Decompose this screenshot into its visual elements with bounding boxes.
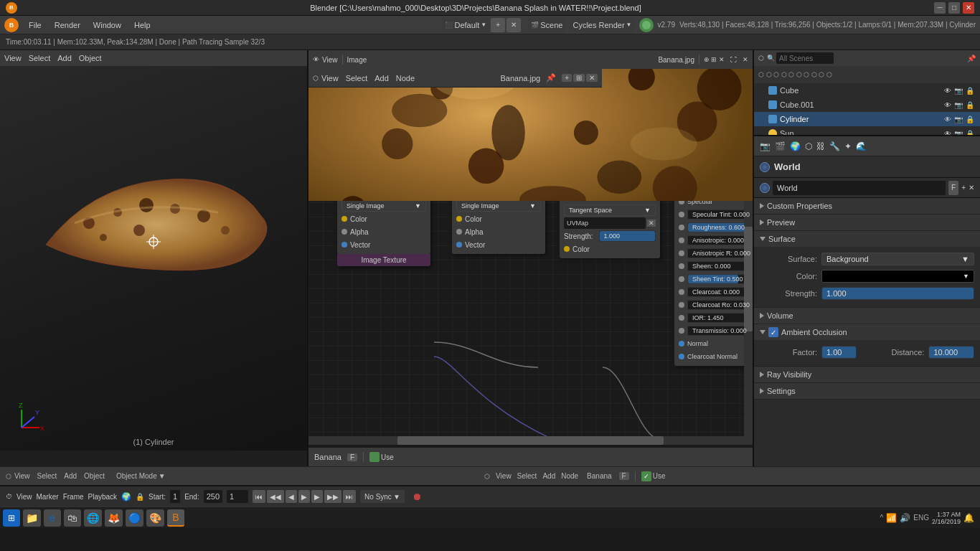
taskbar-paint[interactable]: 🎨	[146, 509, 164, 527]
scene-item-cube001[interactable]: Cube.001 👁 📷 🔒	[754, 98, 980, 112]
menu-help[interactable]: Help	[128, 19, 156, 31]
timeline-frame[interactable]: Frame	[63, 493, 84, 501]
node-nm-uv-clear[interactable]: ✕	[647, 220, 656, 227]
timeline-jump-start[interactable]: ⏮	[253, 490, 265, 503]
viewport-menu-select[interactable]: Select	[29, 54, 51, 62]
section-volume-header[interactable]: Volume	[754, 308, 980, 324]
taskbar-store[interactable]: 🛍	[64, 509, 81, 527]
node-f-button[interactable]: F	[347, 453, 357, 461]
timeline-prev-key[interactable]: ◀◀	[267, 490, 284, 503]
viewport-select-menu[interactable]: Select	[37, 472, 57, 480]
scene-item-eye-cube001[interactable]: 👁	[944, 101, 951, 109]
taskbar-chrome[interactable]: 🔵	[126, 509, 143, 527]
taskbar-ie[interactable]: e	[44, 509, 61, 527]
node-pbsdf-roughness-slider[interactable]: Roughness: 0.600	[687, 222, 753, 232]
scene-item-lock-cube[interactable]: 🔒	[966, 87, 974, 95]
world-close-button[interactable]: ✕	[969, 184, 974, 192]
viewport-menu-view[interactable]: View	[4, 54, 22, 62]
timeline-playback[interactable]: Playback	[88, 493, 118, 501]
scene-item-camera-sun[interactable]: 📷	[954, 130, 963, 137]
scene-item-camera-cube[interactable]: 📷	[954, 87, 963, 95]
viewport-object-menu[interactable]: Object	[84, 472, 105, 480]
timeline-next-key[interactable]: ▶▶	[324, 490, 341, 503]
menu-window[interactable]: Window	[88, 19, 127, 31]
scene-item-lock-cylinder[interactable]: 🔒	[966, 116, 974, 123]
taskbar-browser[interactable]: 🌐	[84, 509, 102, 527]
node-use-checkbox[interactable]	[369, 452, 380, 462]
node-pbsdf-sheen-slider[interactable]: Sheen: 0.000	[687, 261, 753, 271]
workspace-selector[interactable]: ⬛ Default ▼	[442, 18, 489, 32]
prop-color-swatch[interactable]: ▼	[821, 270, 974, 283]
node-scrollbar-h[interactable]	[308, 436, 753, 445]
workspace-add-button[interactable]: +	[491, 18, 505, 32]
timeline-end-field[interactable]: 250	[204, 490, 222, 503]
node-pbsdf-aniso-slider[interactable]: Anisotropic: 0.000	[687, 235, 753, 245]
prop-icon-object[interactable]: ⬡	[805, 141, 812, 151]
world-f-button[interactable]: F	[948, 181, 958, 195]
object-mode-selector[interactable]: Object Mode ▼	[112, 469, 170, 484]
viewport-menu-add[interactable]: Add	[57, 54, 72, 62]
render-engine-selector[interactable]: Cycles Render ▼	[570, 18, 634, 32]
taskbar-explorer[interactable]: 📁	[23, 509, 41, 527]
timeline-start-field[interactable]: 1	[170, 490, 180, 503]
taskbar-clock[interactable]: 1:37 AM 2/16/2019	[932, 511, 961, 525]
node-nm-strength-slider[interactable]: 1.000	[599, 230, 656, 242]
viewport-menu-object[interactable]: Object	[79, 54, 102, 62]
section-ray-visibility-header[interactable]: Ray Visibility	[754, 367, 980, 382]
timeline-prev-frame[interactable]: ◀	[286, 490, 297, 503]
taskbar-blender[interactable]: B	[167, 509, 184, 527]
section-preview-header[interactable]: Preview	[754, 215, 980, 230]
node-pbsdf-ior-slider[interactable]: IOR: 1.450	[687, 313, 753, 323]
tray-volume[interactable]: 🔊	[900, 513, 910, 523]
scene-item-camera-cylinder[interactable]: 📷	[954, 116, 963, 123]
timeline-play[interactable]: ▶	[298, 490, 310, 503]
prop-icon-particles[interactable]: ✦	[844, 141, 852, 151]
node-view-icon[interactable]: ⊞	[573, 74, 585, 82]
node-scrollbar-v-thumb[interactable]	[744, 227, 753, 331]
prop-icon-modifiers[interactable]: 🔧	[829, 141, 840, 151]
render-fullscreen[interactable]: ⛶	[730, 56, 737, 63]
node-menu-view[interactable]: View	[321, 74, 339, 83]
minimize-button[interactable]: ─	[934, 2, 946, 14]
timeline-marker[interactable]: Marker	[37, 493, 59, 501]
scene-item-sun[interactable]: Sun 👁 📷 🔒	[754, 126, 980, 136]
node-nm-space-dropdown[interactable]: Tangent Space ▼	[564, 204, 656, 216]
section-ao-checkbox[interactable]: ✓	[768, 327, 778, 337]
search-input[interactable]	[776, 52, 834, 64]
prop-icon-scene[interactable]: 🎬	[775, 141, 786, 151]
prop-ao-distance-slider[interactable]: 10.000	[928, 346, 974, 359]
render-close[interactable]: ✕	[743, 56, 748, 63]
section-settings-header[interactable]: Settings	[754, 383, 980, 399]
node-f-btn2[interactable]: F	[619, 472, 629, 480]
viewport-add-menu[interactable]: Add	[64, 472, 77, 480]
scene-item-eye-cube[interactable]: 👁	[944, 87, 951, 95]
node-pbsdf-spectint-slider[interactable]: Specular Tint: 0.000	[687, 209, 753, 220]
node-select-menu2[interactable]: Select	[517, 472, 537, 480]
node-it2-imgtype-dropdown[interactable]: Single Image ▼	[456, 200, 541, 212]
windows-start-button[interactable]: ⊞	[3, 509, 20, 527]
tray-wifi[interactable]: 📶	[886, 513, 897, 523]
tray-notifications[interactable]: 🔔	[963, 513, 974, 523]
scene-item-cylinder[interactable]: Cylinder 👁 📷 🔒	[754, 112, 980, 126]
timeline-current-field[interactable]: 1	[227, 490, 248, 503]
node-scrollbar-h-thumb[interactable]	[397, 436, 664, 445]
prop-ao-factor-slider[interactable]: 1.00	[821, 346, 857, 359]
workspace-close-button[interactable]: ✕	[507, 18, 521, 32]
taskbar-firefox[interactable]: 🦊	[105, 509, 123, 527]
scene-item-lock-sun[interactable]: 🔒	[966, 130, 974, 137]
node-menu-node[interactable]: Node	[396, 74, 415, 83]
prop-icon-constraints[interactable]: ⛓	[816, 141, 825, 151]
node-add-menu2[interactable]: Add	[542, 472, 555, 480]
node-view-menu2[interactable]: View	[496, 472, 512, 480]
close-button[interactable]: ✕	[963, 2, 974, 14]
node-pbsdf-trans-slider[interactable]: Transmissio: 0.000	[687, 326, 753, 336]
node-use-checkbox2[interactable]: ✓	[641, 471, 651, 481]
scene-item-cube[interactable]: Cube 👁 📷 🔒	[754, 83, 980, 98]
world-add-button[interactable]: +	[961, 184, 966, 192]
section-surface-header[interactable]: Surface	[754, 231, 980, 247]
prop-strength-slider[interactable]: 1.000	[821, 287, 974, 300]
node-add-icon[interactable]: +	[562, 74, 572, 82]
node-it1-imgtype-dropdown[interactable]: Single Image ▼	[341, 200, 426, 212]
section-custom-properties-header[interactable]: Custom Properties	[754, 198, 980, 214]
timeline-sync-selector[interactable]: No Sync ▼	[360, 490, 405, 503]
